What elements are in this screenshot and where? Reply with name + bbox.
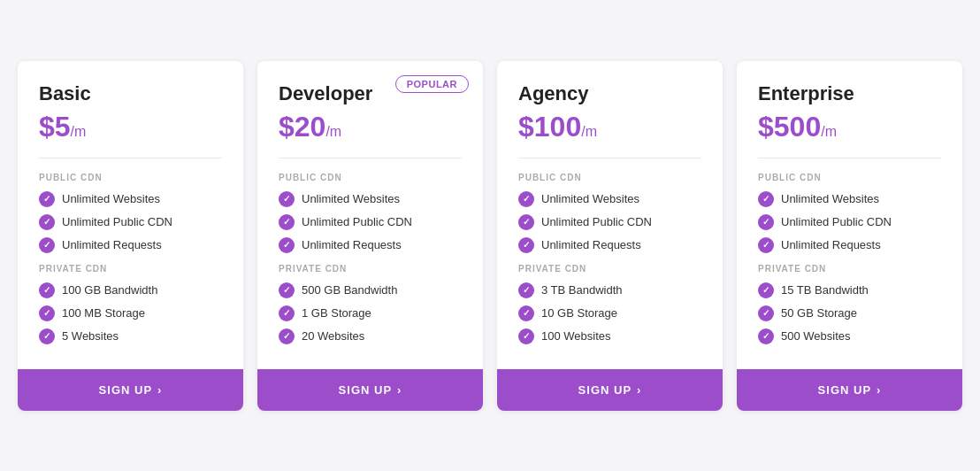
feature-text: Unlimited Public CDN xyxy=(781,215,892,228)
signup-button[interactable]: SIGN UP › xyxy=(497,369,723,411)
signup-arrow-icon: › xyxy=(637,383,641,397)
signup-button[interactable]: SIGN UP › xyxy=(257,369,483,411)
feature-item: 100 GB Bandwidth xyxy=(39,282,222,298)
private-cdn-label: PRIVATE CDN xyxy=(279,264,462,274)
check-icon xyxy=(758,328,774,344)
plan-period: /m xyxy=(71,124,87,139)
feature-text: 20 Websites xyxy=(302,329,364,343)
feature-item: Unlimited Websites xyxy=(758,191,941,207)
signup-label: SIGN UP xyxy=(99,383,152,397)
feature-text: Unlimited Requests xyxy=(781,238,881,251)
signup-arrow-icon: › xyxy=(397,383,402,397)
private-feature-list: 500 GB Bandwidth 1 GB Storage 20 Website… xyxy=(279,282,462,344)
plan-card-basic: Basic $5/m PUBLIC CDN Unlimited Websites… xyxy=(18,61,243,411)
feature-text: Unlimited Requests xyxy=(62,238,162,251)
check-icon xyxy=(279,214,295,230)
feature-text: 50 GB Storage xyxy=(781,306,857,320)
plan-price: $100/m xyxy=(518,111,701,143)
public-cdn-label: PUBLIC CDN xyxy=(518,173,701,182)
check-icon xyxy=(39,282,55,298)
plan-name: Enterprise xyxy=(758,82,941,105)
check-icon xyxy=(758,191,774,207)
check-icon xyxy=(518,282,534,298)
feature-item: Unlimited Public CDN xyxy=(39,214,222,230)
feature-item: 1 GB Storage xyxy=(279,305,462,321)
check-icon xyxy=(518,214,534,230)
divider xyxy=(518,158,701,158)
plan-name: Agency xyxy=(518,82,701,105)
feature-item: 50 GB Storage xyxy=(758,305,941,321)
check-icon xyxy=(758,214,774,230)
feature-item: Unlimited Public CDN xyxy=(279,214,462,230)
plan-card-enterprise: Enterprise $500/m PUBLIC CDN Unlimited W… xyxy=(737,61,962,411)
feature-item: 500 GB Bandwidth xyxy=(279,282,462,298)
feature-text: 500 Websites xyxy=(781,329,851,343)
check-icon xyxy=(39,237,55,253)
feature-text: Unlimited Websites xyxy=(302,192,400,205)
feature-item: Unlimited Public CDN xyxy=(518,214,701,230)
check-icon xyxy=(39,328,55,344)
popular-badge: POPULAR xyxy=(395,75,469,93)
signup-label: SIGN UP xyxy=(339,383,392,397)
check-icon xyxy=(518,191,534,207)
feature-text: 1 GB Storage xyxy=(302,306,371,320)
feature-text: Unlimited Public CDN xyxy=(302,215,412,228)
private-feature-list: 3 TB Bandwidth 10 GB Storage 100 Website… xyxy=(518,282,701,344)
feature-item: Unlimited Requests xyxy=(279,237,462,253)
public-feature-list: Unlimited Websites Unlimited Public CDN … xyxy=(518,191,701,253)
public-cdn-label: PUBLIC CDN xyxy=(39,173,222,182)
feature-text: 15 TB Bandwidth xyxy=(781,283,869,297)
private-cdn-label: PRIVATE CDN xyxy=(518,264,701,274)
feature-item: 5 Websites xyxy=(39,328,222,344)
pricing-container: Basic $5/m PUBLIC CDN Unlimited Websites… xyxy=(18,61,962,411)
check-icon xyxy=(518,305,534,321)
feature-item: Unlimited Requests xyxy=(758,237,941,253)
signup-label: SIGN UP xyxy=(578,383,632,397)
check-icon xyxy=(279,282,295,298)
divider xyxy=(279,158,462,158)
public-feature-list: Unlimited Websites Unlimited Public CDN … xyxy=(758,191,941,253)
feature-text: 500 GB Bandwidth xyxy=(302,283,397,297)
feature-item: Unlimited Websites xyxy=(279,191,462,207)
feature-item: Unlimited Websites xyxy=(518,191,701,207)
feature-text: Unlimited Public CDN xyxy=(541,215,652,228)
plan-card-developer: POPULAR Developer $20/m PUBLIC CDN Unlim… xyxy=(257,61,483,411)
signup-button[interactable]: SIGN UP › xyxy=(737,369,962,411)
signup-button[interactable]: SIGN UP › xyxy=(18,369,243,411)
plan-period: /m xyxy=(325,124,341,139)
check-icon xyxy=(758,305,774,321)
private-cdn-label: PRIVATE CDN xyxy=(39,264,222,274)
feature-text: 100 GB Bandwidth xyxy=(62,283,157,297)
plan-price: $500/m xyxy=(758,111,941,143)
feature-item: 3 TB Bandwidth xyxy=(518,282,701,298)
private-feature-list: 15 TB Bandwidth 50 GB Storage 500 Websit… xyxy=(758,282,941,344)
divider xyxy=(758,158,941,158)
feature-text: Unlimited Requests xyxy=(302,238,402,251)
plan-price: $5/m xyxy=(39,111,222,143)
plan-price: $20/m xyxy=(279,111,462,143)
check-icon xyxy=(279,191,295,207)
feature-text: Unlimited Public CDN xyxy=(62,215,172,228)
signup-arrow-icon: › xyxy=(877,383,881,397)
plan-period: /m xyxy=(581,124,597,139)
feature-text: Unlimited Requests xyxy=(541,238,641,251)
feature-text: Unlimited Websites xyxy=(781,192,879,205)
feature-text: 10 GB Storage xyxy=(541,306,617,320)
feature-item: Unlimited Websites xyxy=(39,191,222,207)
feature-item: 10 GB Storage xyxy=(518,305,701,321)
check-icon xyxy=(39,305,55,321)
check-icon xyxy=(279,305,295,321)
feature-item: 500 Websites xyxy=(758,328,941,344)
feature-text: Unlimited Websites xyxy=(62,192,160,205)
check-icon xyxy=(518,237,534,253)
feature-text: 100 MB Storage xyxy=(62,306,145,320)
check-icon xyxy=(39,191,55,207)
feature-item: 100 MB Storage xyxy=(39,305,222,321)
plan-period: /m xyxy=(821,124,837,139)
public-cdn-label: PUBLIC CDN xyxy=(279,173,462,182)
feature-text: 5 Websites xyxy=(62,329,119,343)
check-icon xyxy=(279,237,295,253)
private-feature-list: 100 GB Bandwidth 100 MB Storage 5 Websit… xyxy=(39,282,222,344)
feature-item: 15 TB Bandwidth xyxy=(758,282,941,298)
feature-text: 3 TB Bandwidth xyxy=(541,283,623,297)
